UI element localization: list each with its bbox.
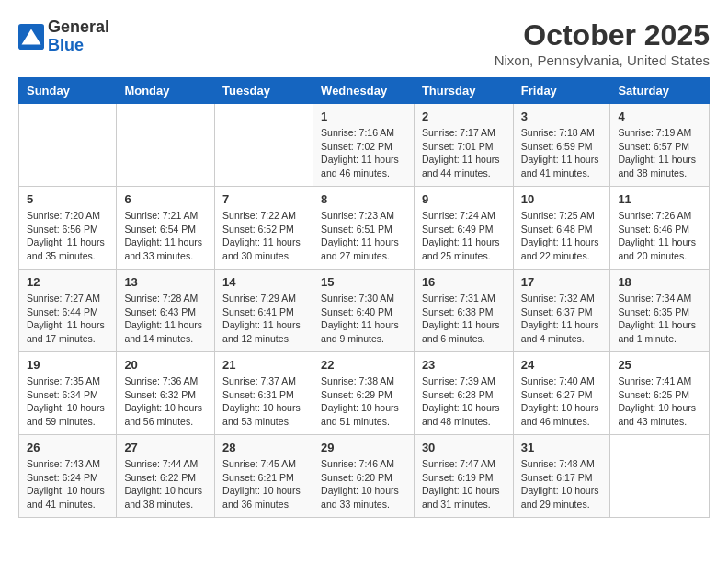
day-info: Sunrise: 7:37 AM Sunset: 6:31 PM Dayligh…	[222, 374, 305, 429]
calendar-cell	[215, 104, 313, 187]
day-number: 7	[222, 192, 305, 206]
day-number: 13	[124, 275, 207, 289]
calendar-cell: 8Sunrise: 7:23 AM Sunset: 6:51 PM Daylig…	[313, 187, 415, 270]
day-info: Sunrise: 7:25 AM Sunset: 6:48 PM Dayligh…	[521, 209, 603, 263]
day-info: Sunrise: 7:17 AM Sunset: 7:01 PM Dayligh…	[422, 126, 506, 180]
day-info: Sunrise: 7:40 AM Sunset: 6:27 PM Dayligh…	[521, 374, 603, 429]
day-info: Sunrise: 7:19 AM Sunset: 6:57 PM Dayligh…	[618, 126, 701, 180]
calendar-cell: 1Sunrise: 7:16 AM Sunset: 7:02 PM Daylig…	[313, 104, 415, 187]
calendar-cell: 16Sunrise: 7:31 AM Sunset: 6:38 PM Dayli…	[414, 270, 513, 352]
calendar-cell: 22Sunrise: 7:38 AM Sunset: 6:29 PM Dayli…	[313, 352, 415, 435]
calendar-cell: 17Sunrise: 7:32 AM Sunset: 6:37 PM Dayli…	[513, 270, 610, 352]
day-number: 16	[422, 275, 506, 289]
calendar-week-row: 26Sunrise: 7:43 AM Sunset: 6:24 PM Dayli…	[19, 435, 710, 518]
calendar-cell: 12Sunrise: 7:27 AM Sunset: 6:44 PM Dayli…	[19, 270, 117, 352]
day-info: Sunrise: 7:16 AM Sunset: 7:02 PM Dayligh…	[321, 126, 406, 180]
calendar-cell: 15Sunrise: 7:30 AM Sunset: 6:40 PM Dayli…	[313, 270, 415, 352]
day-number: 15	[321, 275, 406, 289]
calendar-week-row: 5Sunrise: 7:20 AM Sunset: 6:56 PM Daylig…	[19, 187, 710, 270]
calendar-cell: 2Sunrise: 7:17 AM Sunset: 7:01 PM Daylig…	[414, 104, 513, 187]
day-info: Sunrise: 7:32 AM Sunset: 6:37 PM Dayligh…	[521, 292, 603, 346]
day-number: 28	[222, 441, 305, 454]
day-number: 31	[521, 441, 603, 454]
calendar-cell: 21Sunrise: 7:37 AM Sunset: 6:31 PM Dayli…	[215, 352, 313, 435]
day-number: 27	[124, 441, 207, 454]
calendar-cell: 3Sunrise: 7:18 AM Sunset: 6:59 PM Daylig…	[513, 104, 610, 187]
day-info: Sunrise: 7:35 AM Sunset: 6:34 PM Dayligh…	[27, 374, 108, 429]
day-number: 6	[124, 192, 207, 206]
day-info: Sunrise: 7:45 AM Sunset: 6:21 PM Dayligh…	[222, 457, 305, 511]
day-info: Sunrise: 7:26 AM Sunset: 6:46 PM Dayligh…	[618, 209, 701, 263]
day-number: 5	[27, 192, 108, 206]
day-number: 24	[521, 358, 603, 372]
logo-text: General Blue	[48, 18, 109, 55]
day-number: 29	[321, 441, 406, 454]
day-number: 20	[124, 358, 207, 372]
calendar-week-row: 12Sunrise: 7:27 AM Sunset: 6:44 PM Dayli…	[19, 270, 710, 352]
day-number: 12	[27, 275, 108, 289]
logo: General Blue	[18, 18, 109, 55]
calendar-cell: 4Sunrise: 7:19 AM Sunset: 6:57 PM Daylig…	[610, 104, 710, 187]
weekday-header: Monday	[117, 78, 215, 104]
day-info: Sunrise: 7:31 AM Sunset: 6:38 PM Dayligh…	[422, 292, 506, 346]
day-number: 19	[27, 358, 108, 372]
day-info: Sunrise: 7:21 AM Sunset: 6:54 PM Dayligh…	[124, 209, 207, 263]
title-section: October 2025 Nixon, Pennsylvania, United…	[495, 18, 710, 68]
weekday-header-row: SundayMondayTuesdayWednesdayThursdayFrid…	[19, 78, 710, 104]
day-info: Sunrise: 7:43 AM Sunset: 6:24 PM Dayligh…	[27, 457, 108, 511]
day-info: Sunrise: 7:47 AM Sunset: 6:19 PM Dayligh…	[422, 457, 506, 511]
calendar-cell: 31Sunrise: 7:48 AM Sunset: 6:17 PM Dayli…	[513, 435, 610, 518]
day-number: 26	[27, 441, 108, 454]
calendar-cell	[610, 435, 710, 518]
calendar-cell: 28Sunrise: 7:45 AM Sunset: 6:21 PM Dayli…	[215, 435, 313, 518]
day-info: Sunrise: 7:24 AM Sunset: 6:49 PM Dayligh…	[422, 209, 506, 263]
calendar-cell: 14Sunrise: 7:29 AM Sunset: 6:41 PM Dayli…	[215, 270, 313, 352]
weekday-header: Wednesday	[313, 78, 415, 104]
day-info: Sunrise: 7:23 AM Sunset: 6:51 PM Dayligh…	[321, 209, 406, 263]
day-number: 14	[222, 275, 305, 289]
calendar-cell	[19, 104, 117, 187]
day-number: 2	[422, 109, 506, 123]
calendar-cell: 9Sunrise: 7:24 AM Sunset: 6:49 PM Daylig…	[414, 187, 513, 270]
day-number: 21	[222, 358, 305, 372]
weekday-header: Saturday	[610, 78, 710, 104]
calendar-cell: 18Sunrise: 7:34 AM Sunset: 6:35 PM Dayli…	[610, 270, 710, 352]
day-info: Sunrise: 7:36 AM Sunset: 6:32 PM Dayligh…	[124, 374, 207, 429]
day-info: Sunrise: 7:18 AM Sunset: 6:59 PM Dayligh…	[521, 126, 603, 180]
day-number: 11	[618, 192, 701, 206]
calendar-cell: 20Sunrise: 7:36 AM Sunset: 6:32 PM Dayli…	[117, 352, 215, 435]
day-number: 25	[618, 358, 701, 372]
calendar-week-row: 19Sunrise: 7:35 AM Sunset: 6:34 PM Dayli…	[19, 352, 710, 435]
day-info: Sunrise: 7:28 AM Sunset: 6:43 PM Dayligh…	[124, 292, 207, 346]
calendar-cell: 13Sunrise: 7:28 AM Sunset: 6:43 PM Dayli…	[117, 270, 215, 352]
day-number: 9	[422, 192, 506, 206]
day-info: Sunrise: 7:20 AM Sunset: 6:56 PM Dayligh…	[27, 209, 108, 263]
day-info: Sunrise: 7:46 AM Sunset: 6:20 PM Dayligh…	[321, 457, 406, 511]
calendar-week-row: 1Sunrise: 7:16 AM Sunset: 7:02 PM Daylig…	[19, 104, 710, 187]
day-info: Sunrise: 7:41 AM Sunset: 6:25 PM Dayligh…	[618, 374, 701, 429]
calendar-cell: 30Sunrise: 7:47 AM Sunset: 6:19 PM Dayli…	[414, 435, 513, 518]
day-info: Sunrise: 7:34 AM Sunset: 6:35 PM Dayligh…	[618, 292, 701, 346]
logo-blue: Blue	[48, 37, 109, 55]
day-info: Sunrise: 7:39 AM Sunset: 6:28 PM Dayligh…	[422, 374, 506, 429]
day-number: 4	[618, 109, 701, 123]
weekday-header: Tuesday	[215, 78, 313, 104]
day-number: 22	[321, 358, 406, 372]
calendar: SundayMondayTuesdayWednesdayThursdayFrid…	[18, 77, 710, 518]
logo-icon	[18, 24, 44, 50]
day-info: Sunrise: 7:38 AM Sunset: 6:29 PM Dayligh…	[321, 374, 406, 429]
calendar-cell: 6Sunrise: 7:21 AM Sunset: 6:54 PM Daylig…	[117, 187, 215, 270]
month-title: October 2025	[495, 18, 710, 52]
logo-general: General	[48, 18, 109, 37]
day-info: Sunrise: 7:44 AM Sunset: 6:22 PM Dayligh…	[124, 457, 207, 511]
calendar-cell: 23Sunrise: 7:39 AM Sunset: 6:28 PM Dayli…	[414, 352, 513, 435]
day-number: 3	[521, 109, 603, 123]
day-number: 18	[618, 275, 701, 289]
day-number: 1	[321, 109, 406, 123]
calendar-cell: 27Sunrise: 7:44 AM Sunset: 6:22 PM Dayli…	[117, 435, 215, 518]
calendar-cell: 24Sunrise: 7:40 AM Sunset: 6:27 PM Dayli…	[513, 352, 610, 435]
calendar-cell	[117, 104, 215, 187]
day-info: Sunrise: 7:27 AM Sunset: 6:44 PM Dayligh…	[27, 292, 108, 346]
day-number: 23	[422, 358, 506, 372]
day-number: 8	[321, 192, 406, 206]
